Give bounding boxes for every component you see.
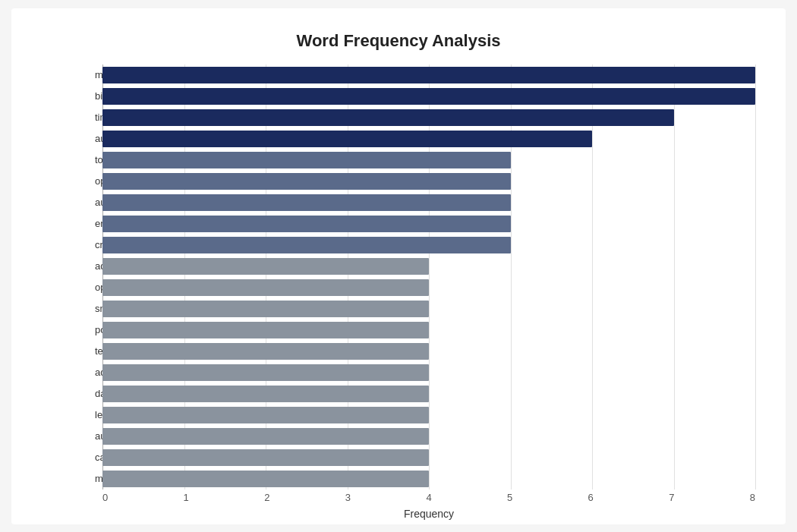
- bar-row: automation: [102, 128, 755, 150]
- x-tick: 3: [345, 492, 351, 503]
- bar-outer: [102, 173, 755, 190]
- bar-outer: [102, 152, 755, 168]
- x-axis-label: Frequency: [102, 508, 755, 520]
- bar-outer: [102, 322, 755, 338]
- x-tick: 7: [669, 492, 674, 503]
- bar: [102, 194, 511, 211]
- bar-row: audiences: [102, 192, 755, 213]
- bar-outer: [102, 258, 755, 275]
- chart-area: marketersbidtimeautomationtooloptimizeau…: [102, 65, 755, 490]
- bar-outer: [102, 194, 755, 211]
- bar-row: data: [102, 383, 755, 405]
- bar-row: lead: [102, 405, 755, 426]
- bar-row: engage: [102, 213, 755, 235]
- x-tick: 5: [507, 492, 512, 503]
- bar-outer: [102, 279, 755, 296]
- bar-outer: [102, 386, 755, 402]
- bar: [102, 109, 674, 126]
- bar: [102, 88, 755, 105]
- bar: [102, 237, 511, 253]
- bar-outer: [102, 343, 755, 360]
- chart-title: Word Frequency Analysis: [42, 31, 755, 51]
- x-tick: 8: [750, 492, 755, 503]
- bar-row: bid: [102, 86, 755, 107]
- bar: [102, 343, 429, 360]
- bar-row: caigns: [102, 447, 755, 468]
- x-tick: 4: [426, 492, 431, 503]
- bars-wrapper: marketersbidtimeautomationtooloptimizeau…: [102, 65, 755, 490]
- bar-outer: [102, 449, 755, 466]
- bar-outer: [102, 237, 755, 253]
- bar: [102, 407, 429, 423]
- bar: [102, 216, 511, 232]
- bar-row: marketers: [102, 65, 755, 86]
- x-tick: 6: [588, 492, 594, 503]
- bar-outer: [102, 428, 755, 445]
- bar-row: automate: [102, 426, 755, 447]
- x-tick: 0: [102, 492, 108, 503]
- bar: [102, 471, 429, 487]
- bar-outer: [102, 216, 755, 232]
- bar: [102, 449, 429, 466]
- bar: [102, 364, 429, 381]
- x-ticks: 012345678: [102, 492, 755, 503]
- bar-outer: [102, 471, 755, 487]
- bar: [102, 322, 429, 338]
- bar: [102, 131, 592, 147]
- bar-outer: [102, 301, 755, 317]
- bar-row: creative: [102, 235, 755, 256]
- bar-row: tech: [102, 341, 755, 362]
- bar-outer: [102, 364, 755, 381]
- bar-row: optimize: [102, 171, 755, 192]
- x-axis: 012345678 Frequency: [102, 492, 755, 520]
- bar-row: mean: [102, 468, 755, 490]
- bar-outer: [102, 109, 755, 126]
- bar: [102, 301, 429, 317]
- bar: [102, 428, 429, 445]
- bar-outer: [102, 88, 755, 105]
- x-tick: 2: [264, 492, 269, 503]
- bar: [102, 258, 429, 275]
- bar-row: tool: [102, 150, 755, 171]
- bar-row: power: [102, 320, 755, 341]
- grid-line: [755, 65, 756, 490]
- bar-row: opportunities: [102, 277, 755, 298]
- bar-row: time: [102, 107, 755, 128]
- bar-row: advertise: [102, 256, 755, 277]
- bar: [102, 279, 429, 296]
- bar-row: smes: [102, 298, 755, 320]
- bar-outer: [102, 407, 755, 423]
- bar: [102, 152, 511, 168]
- chart-container: Word Frequency Analysis marketersbidtime…: [11, 8, 786, 524]
- bar-outer: [102, 67, 755, 83]
- bar-row: adoption: [102, 362, 755, 383]
- bar: [102, 173, 511, 190]
- bar: [102, 67, 755, 83]
- bar-outer: [102, 131, 755, 147]
- bar: [102, 386, 429, 402]
- x-tick: 1: [184, 492, 189, 503]
